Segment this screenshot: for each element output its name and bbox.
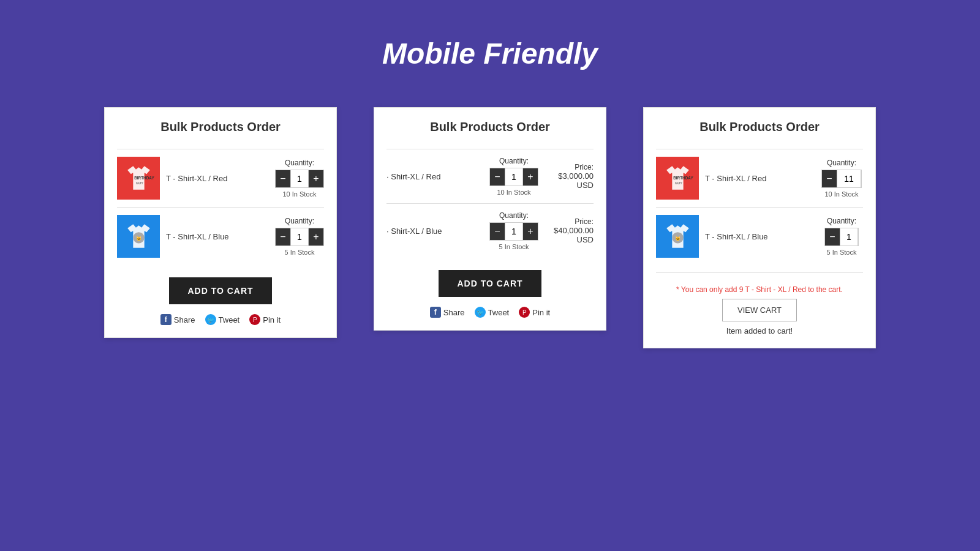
- pin-label-2: Pin it: [532, 308, 550, 317]
- product-row-3-1: BIRTHDAY GUY T - Shirt-XL / Red Quantity…: [656, 149, 863, 207]
- product-name-2-2: · Shirt-XL / Blue: [386, 227, 483, 236]
- currency-2-2: USD: [577, 235, 594, 244]
- price-label-2-2: Price:: [575, 217, 594, 226]
- stock-text-1-2: 5 In Stock: [285, 249, 315, 256]
- qty-increase-1-1[interactable]: +: [309, 170, 323, 187]
- qty-increase-2-2[interactable]: +: [523, 223, 538, 240]
- facebook-share-2[interactable]: f Share: [430, 307, 465, 318]
- stock-text-3-2: 5 In Stock: [827, 249, 857, 256]
- pinterest-icon-1: P: [249, 314, 260, 325]
- stock-text-2-1: 10 In Stock: [497, 189, 530, 196]
- quantity-section-3-2: Quantity: − 5 In Stock: [820, 217, 863, 256]
- pin-label-1: Pin it: [263, 315, 281, 324]
- facebook-share-1[interactable]: f Share: [160, 314, 195, 325]
- card-1-title: Bulk Products Order: [117, 120, 324, 139]
- price-value-2-1: $3,000.00: [558, 171, 594, 181]
- quantity-controls-2-1: − +: [489, 168, 538, 186]
- product-image-red-1: BIRTHDAY GUY: [117, 157, 160, 200]
- product-name-3-1: T - Shirt-XL / Red: [705, 174, 814, 183]
- qty-decrease-2-1[interactable]: −: [490, 168, 505, 186]
- card-2-title: Bulk Products Order: [386, 120, 594, 139]
- qty-decrease-3-2[interactable]: −: [825, 228, 840, 246]
- share-label-2: Share: [443, 308, 465, 317]
- stock-text-1-1: 10 In Stock: [282, 190, 316, 198]
- tweet-label-1: Tweet: [219, 315, 240, 324]
- product-row-2-1: · Shirt-XL / Red Quantity: − + 10 In Sto…: [386, 149, 594, 203]
- social-share-1: f Share 🐦 Tweet P Pin it: [117, 314, 324, 325]
- quantity-controls-1-2: − +: [275, 228, 324, 246]
- product-image-blue-1: 😺: [117, 215, 160, 258]
- qty-increase-1-2[interactable]: +: [309, 228, 323, 246]
- product-name-1-2: T - Shirt-XL / Blue: [166, 232, 269, 241]
- product-row-2-2: · Shirt-XL / Blue Quantity: − + 5 In Sto…: [386, 203, 594, 258]
- quantity-label-1-1: Quantity:: [285, 159, 314, 167]
- qty-decrease-1-1[interactable]: −: [276, 170, 290, 187]
- price-section-2-2: Price: $40,000.00 USD: [545, 217, 594, 244]
- qty-input-1-2[interactable]: [290, 228, 309, 246]
- facebook-icon-1: f: [160, 314, 172, 325]
- quantity-label-3-2: Quantity:: [827, 217, 856, 225]
- qty-input-2-2[interactable]: [505, 223, 523, 240]
- quantity-label-1-2: Quantity:: [285, 217, 314, 225]
- qty-input-3-1[interactable]: [837, 170, 861, 187]
- quantity-label-3-1: Quantity:: [827, 159, 856, 167]
- pinterest-share-1[interactable]: P Pin it: [249, 314, 281, 325]
- svg-text:GUY: GUY: [674, 181, 682, 184]
- stock-text-3-1: 10 In Stock: [824, 190, 858, 198]
- twitter-share-2[interactable]: 🐦 Tweet: [475, 307, 510, 318]
- quantity-section-1-1: Quantity: − + 10 In Stock: [275, 159, 324, 198]
- twitter-icon-1: 🐦: [205, 314, 216, 325]
- view-cart-button[interactable]: VIEW CART: [722, 299, 797, 321]
- item-added-text: Item added to cart!: [656, 326, 863, 335]
- product-name-2-1: · Shirt-XL / Red: [386, 172, 483, 181]
- product-image-blue-3: 😺: [656, 215, 699, 258]
- product-name-1-1: T - Shirt-XL / Red: [166, 174, 269, 183]
- qty-input-3-2[interactable]: [840, 228, 858, 246]
- stock-text-2-2: 5 In Stock: [499, 243, 529, 250]
- currency-2-1: USD: [577, 181, 594, 190]
- qty-decrease-3-1[interactable]: −: [822, 170, 837, 187]
- product-row-1-1: BIRTHDAY GUY T - Shirt-XL / Red Quantity…: [117, 149, 324, 207]
- card-1: Bulk Products Order BIRTHDAY GUY T - Shi…: [104, 107, 337, 338]
- quantity-section-2-1: Quantity: − + 10 In Stock: [489, 157, 538, 196]
- tweet-label-2: Tweet: [488, 308, 510, 317]
- quantity-label-2-2: Quantity:: [499, 211, 529, 220]
- qty-input-1-1[interactable]: [290, 170, 309, 187]
- card-2: Bulk Products Order · Shirt-XL / Red Qua…: [374, 107, 606, 331]
- quantity-controls-3-2: −: [824, 228, 859, 246]
- card-3: Bulk Products Order BIRTHDAY GUY T - Shi…: [643, 107, 876, 348]
- price-label-2-1: Price:: [575, 163, 594, 171]
- qty-decrease-2-2[interactable]: −: [490, 223, 505, 240]
- twitter-share-1[interactable]: 🐦 Tweet: [205, 314, 240, 325]
- quantity-controls-2-2: − +: [489, 222, 538, 241]
- add-to-cart-button-1[interactable]: ADD TO CART: [169, 277, 271, 304]
- svg-text:BIRTHDAY: BIRTHDAY: [673, 176, 693, 180]
- svg-text:GUY: GUY: [135, 181, 143, 184]
- svg-text:😺: 😺: [135, 236, 141, 241]
- quantity-controls-3-1: −: [821, 170, 862, 188]
- price-section-2-1: Price: $3,000.00 USD: [545, 163, 594, 190]
- card-3-bottom: * You can only add 9 T - Shirt - XL / Re…: [656, 272, 863, 335]
- qty-input-2-1[interactable]: [505, 168, 523, 186]
- quantity-label-2-1: Quantity:: [499, 157, 529, 165]
- product-name-3-2: T - Shirt-XL / Blue: [705, 232, 814, 241]
- quantity-section-1-2: Quantity: − + 5 In Stock: [275, 217, 324, 256]
- error-message: * You can only add 9 T - Shirt - XL / Re…: [656, 285, 863, 294]
- qty-decrease-1-2[interactable]: −: [276, 228, 290, 246]
- product-image-red-3: BIRTHDAY GUY: [656, 157, 699, 200]
- qty-increase-2-1[interactable]: +: [523, 168, 538, 186]
- product-row-1-2: 😺 T - Shirt-XL / Blue Quantity: − + 5 In…: [117, 207, 324, 265]
- quantity-section-2-2: Quantity: − + 5 In Stock: [489, 211, 538, 250]
- cards-container: Bulk Products Order BIRTHDAY GUY T - Shi…: [104, 107, 876, 348]
- pinterest-share-2[interactable]: P Pin it: [519, 307, 550, 318]
- share-label-1: Share: [174, 315, 195, 324]
- page-title: Mobile Friendly: [382, 37, 598, 70]
- add-to-cart-button-2[interactable]: ADD TO CART: [439, 270, 541, 297]
- quantity-controls-1-1: − +: [275, 170, 324, 188]
- twitter-icon-2: 🐦: [475, 307, 486, 318]
- svg-text:😺: 😺: [674, 236, 680, 241]
- card-3-title: Bulk Products Order: [656, 120, 863, 139]
- facebook-icon-2: f: [430, 307, 441, 318]
- product-row-3-2: 😺 T - Shirt-XL / Blue Quantity: − 5 In S…: [656, 207, 863, 265]
- social-share-2: f Share 🐦 Tweet P Pin it: [386, 307, 594, 318]
